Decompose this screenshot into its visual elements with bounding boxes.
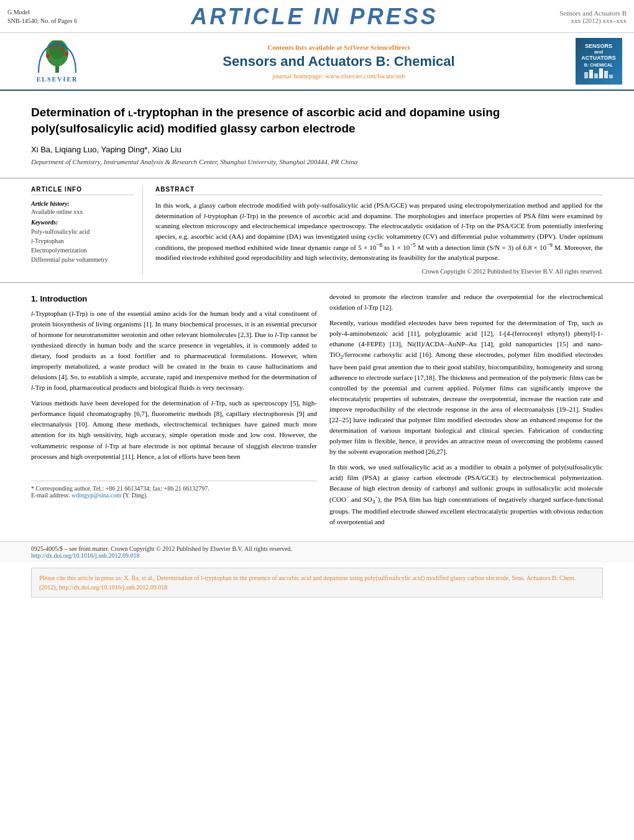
- article-id: SNB-14540; No. of Pages 6: [7, 17, 77, 25]
- badge-chart-svg: [583, 67, 614, 80]
- email-line: E-mail address: wdingyp@sina.com (Y. Din…: [31, 492, 317, 499]
- footnotes-area: * Corresponding author. Tel.: +86 21 661…: [31, 481, 317, 499]
- intro-para-1: l-Tryptophan (l-Trp) is one of the essen…: [31, 308, 317, 393]
- svg-point-3: [46, 54, 50, 58]
- article-title-area: Determination of l-tryptophan in the pre…: [0, 91, 634, 178]
- article-in-press-banner: ARTICLE IN PRESS: [77, 4, 552, 30]
- author-email[interactable]: wdingyp@sina.com: [71, 492, 121, 499]
- intro-number: 1.: [31, 294, 38, 303]
- model-info: G Model SNB-14540; No. of Pages 6: [7, 8, 77, 25]
- svg-rect-11: [599, 68, 603, 78]
- journal-header-center: Contents lists available at SciVerse Sci…: [107, 38, 571, 85]
- email-suffix: (Y. Ding).: [123, 492, 148, 499]
- journal-header-right: SENSORS and ACTUATORS B: CHEMICAL: [571, 38, 627, 85]
- intro-heading: 1. Introduction: [31, 294, 317, 303]
- sciverse-link-text[interactable]: SciVerse ScienceDirect: [344, 44, 410, 51]
- main-content: 1. Introduction l-Tryptophan (l-Trp) is …: [0, 283, 634, 541]
- sciverse-text: Contents lists available at SciVerse Sci…: [267, 44, 410, 51]
- svg-rect-13: [609, 75, 613, 78]
- keywords-label: Keywords:: [31, 219, 134, 226]
- l-tryptophan-label: l: [128, 106, 133, 119]
- svg-rect-10: [594, 73, 598, 78]
- elsevier-wordmark: ELSEVIER: [37, 76, 78, 83]
- right-para-3: In this work, we used sulfosalicylic aci…: [329, 462, 603, 527]
- svg-point-7: [56, 44, 58, 47]
- svg-point-6: [61, 47, 64, 50]
- keyword-4: Differential pulse voltammetry: [31, 255, 134, 264]
- abstract-col: ABSTRACT In this work, a glassy carbon e…: [155, 186, 603, 275]
- journal-header-left: ELSEVIER: [7, 38, 107, 85]
- corresponding-author: * Corresponding author. Tel.: +86 21 661…: [31, 485, 317, 492]
- footer-issn: 0925-4005/$ – see front matter. Crown Co…: [31, 545, 603, 552]
- history-value: Available online xxx: [31, 208, 134, 215]
- keyword-1: Poly-sulfosalicylic acid: [31, 227, 134, 236]
- journal-header: ELSEVIER Contents lists available at Sci…: [0, 33, 634, 91]
- footer-area: 0925-4005/$ – see front matter. Crown Co…: [0, 541, 634, 563]
- svg-rect-12: [604, 71, 608, 78]
- abstract-copyright: Crown Copyright © 2012 Published by Else…: [155, 268, 603, 275]
- intro-para-2: Various methods have been developed for …: [31, 398, 317, 461]
- abstract-text: In this work, a glassy carbon electrode …: [155, 200, 603, 263]
- citation-link[interactable]: http://dx.doi.org/10.1016/j.snb.2012.09.…: [59, 584, 168, 591]
- intro-title: Introduction: [40, 294, 87, 303]
- svg-point-5: [52, 46, 55, 49]
- citation-box: Please cite this article in press as: X.…: [31, 568, 603, 598]
- email-label: E-mail address:: [31, 492, 70, 499]
- history-label: Article history:: [31, 200, 134, 207]
- journal-homepage: journal homepage: www.elsevier.com/locat…: [272, 72, 405, 80]
- keyword-2: l-Tryptophan: [31, 236, 134, 246]
- article-body: ARTICLE INFO Article history: Available …: [0, 178, 634, 283]
- top-banner: G Model SNB-14540; No. of Pages 6 ARTICL…: [0, 0, 634, 33]
- elsevier-tree-svg: [35, 40, 79, 75]
- article-info-heading: ARTICLE INFO: [31, 186, 134, 195]
- content-left-col: 1. Introduction l-Tryptophan (l-Trp) is …: [31, 292, 317, 532]
- keywords-list: Poly-sulfosalicylic acid l-Tryptophan El…: [31, 227, 134, 264]
- svg-rect-8: [584, 72, 588, 78]
- article-affiliation: Department of Chemistry, Instrumental An…: [31, 158, 603, 165]
- right-para-1: devoted to promote the electron transfer…: [329, 292, 603, 313]
- content-right-col: devoted to promote the electron transfer…: [329, 292, 603, 532]
- model-label: G Model: [7, 8, 77, 17]
- svg-point-4: [65, 52, 68, 56]
- footer-doi: http://dx.doi.org/10.1016/j.snb.2012.09.…: [31, 552, 603, 559]
- sensors-badge: SENSORS and ACTUATORS B: CHEMICAL: [576, 38, 622, 85]
- article-main-title: Determination of l-tryptophan in the pre…: [31, 104, 603, 136]
- page-wrapper: G Model SNB-14540; No. of Pages 6 ARTICL…: [0, 0, 634, 840]
- journal-title: Sensors and Actuators B: Chemical: [223, 53, 454, 70]
- abstract-heading: ABSTRACT: [155, 186, 603, 195]
- article-authors: Xi Ba, Liqiang Luo, Yaping Ding*, Xiao L…: [31, 145, 603, 154]
- article-info-col: ARTICLE INFO Article history: Available …: [31, 186, 143, 275]
- svg-rect-9: [589, 70, 593, 78]
- right-para-2: Recently, various modified electrodes ha…: [329, 318, 603, 457]
- journal-ref: Sensors and Actuators B xxx (2012) xxx–x…: [552, 9, 627, 24]
- homepage-link[interactable]: www.elsevier.com/locate/snb: [325, 72, 405, 80]
- keyword-3: Electropolymerization: [31, 246, 134, 255]
- elsevier-logo: ELSEVIER: [35, 40, 79, 83]
